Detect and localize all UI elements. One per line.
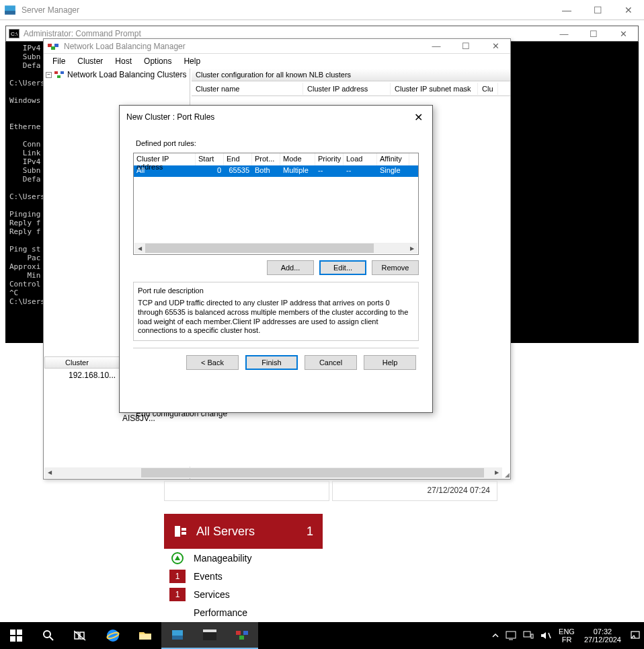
svg-rect-8 xyxy=(175,526,180,537)
taskbar: ENG FR 07:32 27/12/2024 xyxy=(0,622,644,649)
rules-scrollbar[interactable]: ◀▶ xyxy=(134,243,417,254)
tray-chevron[interactable] xyxy=(489,622,502,649)
tray-volume-icon[interactable] xyxy=(537,622,555,649)
nlb-config-label: Cluster configuration for all known NLB … xyxy=(192,69,510,81)
server-manager-title: Server Manager xyxy=(22,5,551,15)
all-servers-header[interactable]: All Servers 1 xyxy=(164,514,323,549)
all-servers-performance[interactable]: Performance xyxy=(164,603,323,621)
taskbar-nlb[interactable] xyxy=(226,622,258,649)
cmd-maximize-button[interactable]: ☐ xyxy=(579,26,608,42)
nlb-columns: Cluster name Cluster IP address Cluster … xyxy=(192,81,510,96)
port-rule-row[interactable]: All 0 65535 Both Multiple -- -- Single xyxy=(134,165,418,177)
svg-rect-14 xyxy=(17,636,22,642)
all-servers-events[interactable]: 1 Events xyxy=(164,567,323,585)
start-button[interactable] xyxy=(0,622,32,649)
col-cluster-name[interactable]: Cluster name xyxy=(192,83,303,95)
speaker-icon xyxy=(540,631,551,640)
nlb-maximize-button[interactable]: ☐ xyxy=(451,39,481,54)
dialog-close-button[interactable]: ✕ xyxy=(411,111,426,124)
nlb-cluster-column[interactable]: Cluster xyxy=(44,356,121,369)
badge-icon: 1 xyxy=(169,570,186,583)
back-button[interactable]: < Back xyxy=(186,355,239,370)
nlb-titlebar[interactable]: Network Load Balancing Manager — ☐ ✕ xyxy=(44,39,510,54)
col-affinity[interactable]: Affinity xyxy=(377,153,409,165)
task-view-button[interactable] xyxy=(65,622,97,649)
col-extra[interactable]: Clu xyxy=(478,83,498,95)
help-button[interactable]: Help xyxy=(364,355,416,370)
col-end[interactable]: End xyxy=(224,153,252,165)
taskbar-ie[interactable] xyxy=(97,622,129,649)
row-label: Manageability xyxy=(194,553,251,564)
menu-options[interactable]: Options xyxy=(138,55,177,67)
finish-button[interactable]: Finish xyxy=(245,355,298,370)
tree-collapse-icon[interactable]: − xyxy=(46,72,52,78)
tray-vm-icon[interactable] xyxy=(502,622,520,649)
resize-grip-icon[interactable]: ◢ xyxy=(502,471,510,479)
port-rules-table[interactable]: Cluster IP address Start End Prot... Mod… xyxy=(133,153,419,255)
server-manager-task-icon xyxy=(171,628,184,642)
maximize-button[interactable]: ☐ xyxy=(582,0,613,20)
folder-icon xyxy=(138,630,152,641)
tree-root-label[interactable]: Network Load Balancing Clusters xyxy=(67,70,186,79)
cell-affinity: Single xyxy=(377,165,409,177)
menu-cluster[interactable]: Cluster xyxy=(71,55,109,67)
minimize-button[interactable]: — xyxy=(551,0,582,20)
lang-primary: ENG xyxy=(559,627,575,636)
all-servers-services[interactable]: 1 Services xyxy=(164,585,323,603)
search-button[interactable] xyxy=(32,622,65,649)
lang-secondary: FR xyxy=(559,636,575,644)
nlb-close-button[interactable]: ✕ xyxy=(481,39,510,54)
vm-icon xyxy=(506,631,516,640)
col-priority[interactable]: Priority xyxy=(315,153,344,165)
cmd-title: Administrator: Command Prompt xyxy=(24,29,549,38)
cmd-close-button[interactable]: ✕ xyxy=(608,26,638,42)
col-cluster-ip[interactable]: Cluster IP address xyxy=(134,153,196,165)
cell-load: -- xyxy=(344,165,377,177)
svg-rect-22 xyxy=(139,634,151,640)
col-start[interactable]: Start xyxy=(196,153,224,165)
dialog-titlebar[interactable]: New Cluster : Port Rules ✕ xyxy=(120,106,432,128)
cmd-minimize-button[interactable]: — xyxy=(549,26,579,42)
dashboard-tile-1 xyxy=(164,481,329,501)
menu-file[interactable]: File xyxy=(46,55,71,67)
rule-description-group: Port rule description TCP and UDP traffi… xyxy=(133,282,419,341)
cancel-button[interactable]: Cancel xyxy=(305,355,357,370)
menu-help[interactable]: Help xyxy=(177,55,206,67)
col-cluster-ip[interactable]: Cluster IP address xyxy=(303,83,391,95)
tray-clock[interactable]: 07:32 27/12/2024 xyxy=(579,627,627,644)
nlb-menubar: File Cluster Host Options Help xyxy=(44,54,510,69)
col-mode[interactable]: Mode xyxy=(280,153,315,165)
taskbar-explorer[interactable] xyxy=(129,622,161,649)
add-button[interactable]: Add... xyxy=(267,260,314,275)
col-load[interactable]: Load xyxy=(344,153,377,165)
taskbar-cmd[interactable] xyxy=(194,622,226,649)
log-host: WIN-AIS8JV... xyxy=(44,404,122,423)
edit-button[interactable]: Edit... xyxy=(319,260,366,275)
col-protocol[interactable]: Prot... xyxy=(252,153,280,165)
dashboard-timestamp: 27/12/2024 07:24 xyxy=(428,486,490,495)
col-subnet-mask[interactable]: Cluster IP subnet mask xyxy=(391,83,478,95)
rule-description-label: Port rule description xyxy=(138,287,414,295)
svg-rect-11 xyxy=(10,629,15,635)
nlb-log-scrollbar[interactable]: ◀▶ xyxy=(44,467,502,478)
tray-language[interactable]: ENG FR xyxy=(555,627,579,644)
svg-rect-13 xyxy=(10,636,15,642)
tray-notifications[interactable] xyxy=(627,622,644,649)
servers-icon xyxy=(173,524,188,539)
menu-host[interactable]: Host xyxy=(109,55,138,67)
svg-rect-5 xyxy=(54,71,58,74)
close-button[interactable]: ✕ xyxy=(613,0,644,20)
remove-button[interactable]: Remove xyxy=(372,260,419,275)
all-servers-manageability[interactable]: Manageability xyxy=(164,549,323,567)
windows-icon xyxy=(10,629,22,642)
nlb-minimize-button[interactable]: — xyxy=(421,39,451,54)
svg-rect-24 xyxy=(172,636,183,640)
cell-mode: Multiple xyxy=(280,165,315,177)
svg-rect-30 xyxy=(506,632,516,638)
taskbar-server-manager[interactable] xyxy=(161,622,194,649)
search-icon xyxy=(42,629,54,642)
all-servers-tile[interactable]: All Servers 1 Manageability 1 Events 1 S… xyxy=(164,514,323,621)
cell-ip: All xyxy=(134,165,196,177)
cell-priority: -- xyxy=(315,165,344,177)
tray-network-icon[interactable] xyxy=(520,622,537,649)
